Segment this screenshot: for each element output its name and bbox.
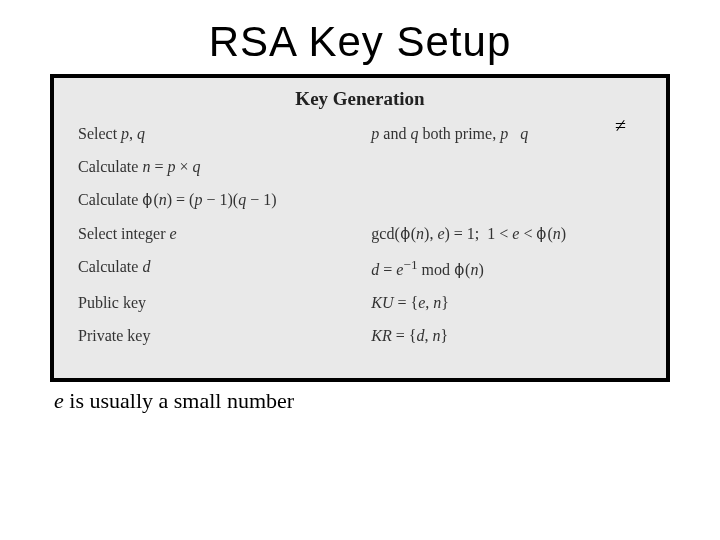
row-calc-d: Calculate d d = e−1 mod ϕ(n) [78, 257, 642, 280]
keygen-box: Key Generation Select p, q p and q both … [50, 74, 670, 382]
row-calc-n: Calculate n = p × q [78, 157, 642, 176]
row-public-key-left: Public key [78, 293, 371, 312]
row-select-e-left: Select integer e [78, 224, 371, 243]
slide: RSA Key Setup Key Generation Select p, q… [0, 0, 720, 540]
row-calc-phi-right [371, 190, 642, 209]
row-calc-n-left: Calculate n = p × q [78, 157, 371, 176]
row-calc-phi: Calculate ϕ(n) = (p − 1)(q − 1) [78, 190, 642, 209]
row-select-pq: Select p, q p and q both prime, p q [78, 124, 642, 143]
row-select-pq-right: p and q both prime, p q [371, 124, 642, 143]
row-select-e: Select integer e gcd(ϕ(n), e) = 1; 1 < e… [78, 224, 642, 243]
row-select-e-right: gcd(ϕ(n), e) = 1; 1 < e < ϕ(n) [371, 224, 642, 243]
row-private-key-right: KR = {d, n} [371, 326, 642, 345]
row-private-key-left: Private key [78, 326, 371, 345]
footnote: e is usually a small number [54, 388, 720, 414]
slide-title: RSA Key Setup [0, 18, 720, 66]
row-calc-d-left: Calculate d [78, 257, 371, 280]
keygen-heading: Key Generation [78, 88, 642, 110]
row-private-key: Private key KR = {d, n} [78, 326, 642, 345]
row-calc-d-right: d = e−1 mod ϕ(n) [371, 257, 642, 280]
row-public-key-right: KU = {e, n} [371, 293, 642, 312]
row-select-pq-left: Select p, q [78, 124, 371, 143]
row-calc-n-right [371, 157, 642, 176]
not-equal-symbol: ≠ [615, 114, 626, 137]
row-public-key: Public key KU = {e, n} [78, 293, 642, 312]
row-calc-phi-left: Calculate ϕ(n) = (p − 1)(q − 1) [78, 190, 371, 209]
